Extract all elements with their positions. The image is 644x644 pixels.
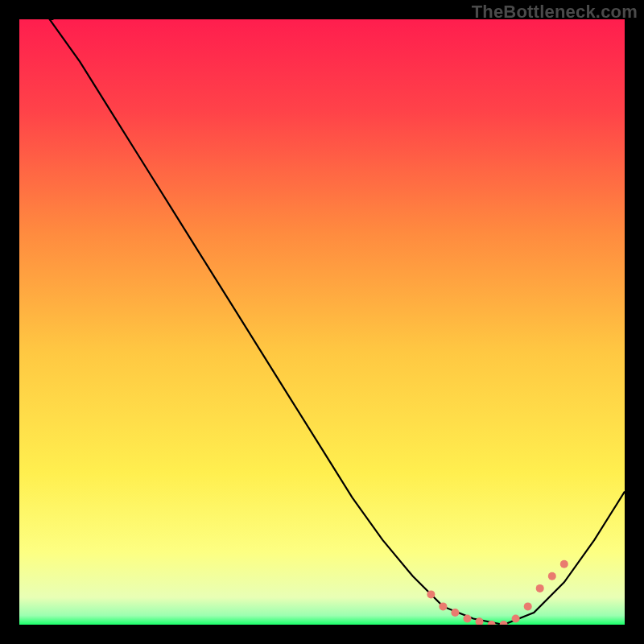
app-frame: TheBottleneck.com [0, 0, 644, 644]
highlight-point [464, 615, 472, 623]
watermark-text: TheBottleneck.com [472, 2, 638, 23]
highlight-point [560, 560, 568, 568]
highlight-point [512, 615, 520, 623]
highlight-point [439, 602, 447, 610]
highlight-point [548, 572, 556, 580]
highlight-point [524, 602, 532, 610]
plot-container [19, 19, 625, 625]
highlight-point [427, 590, 435, 598]
highlight-point [451, 609, 459, 617]
highlight-point [536, 584, 544, 592]
bottleneck-chart [19, 19, 625, 625]
